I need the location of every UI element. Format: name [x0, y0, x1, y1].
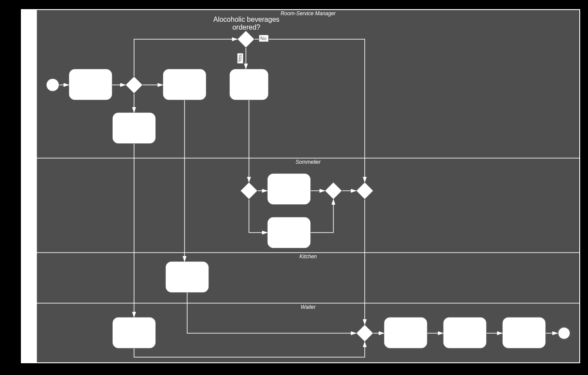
lane-label-rsm: Room-Service Manager	[26, 62, 33, 126]
task-som-2[interactable]	[267, 217, 311, 248]
task-som-1[interactable]	[267, 173, 311, 205]
task-kitchen-1[interactable]	[165, 261, 209, 293]
task-rsm-4[interactable]	[229, 69, 269, 100]
task-waiter-4[interactable]	[502, 317, 546, 348]
lane-label-kit: Kitchen	[26, 269, 33, 290]
lane-title-rsm: Room-Service Manager	[281, 10, 336, 17]
end-event[interactable]	[558, 327, 571, 340]
task-rsm-2[interactable]	[163, 69, 206, 100]
task-rsm-3[interactable]	[112, 112, 156, 144]
lane-title-kit: Kitchen	[299, 253, 317, 260]
lane-label-wai: Waiter	[26, 329, 33, 346]
bpmn-diagram: Room-Service Manager Sommelier Kitchen W…	[0, 0, 588, 375]
gateway-question-line2: ordered?	[232, 24, 260, 31]
task-waiter-2[interactable]	[384, 317, 427, 348]
start-event[interactable]	[46, 78, 59, 91]
lane-label-som: Sommelier	[26, 193, 33, 222]
edge-label-no: No	[260, 36, 266, 41]
task-waiter-3[interactable]	[443, 317, 487, 348]
lane-title-wai: Waiter	[301, 304, 316, 310]
gateway-question-line1: Alocoholic beverages	[213, 16, 279, 23]
lane-title-som: Sommelier	[296, 159, 321, 165]
task-waiter-1[interactable]	[112, 317, 156, 348]
edge-label-yes: Yes	[237, 54, 242, 62]
task-rsm-1[interactable]	[69, 69, 112, 100]
